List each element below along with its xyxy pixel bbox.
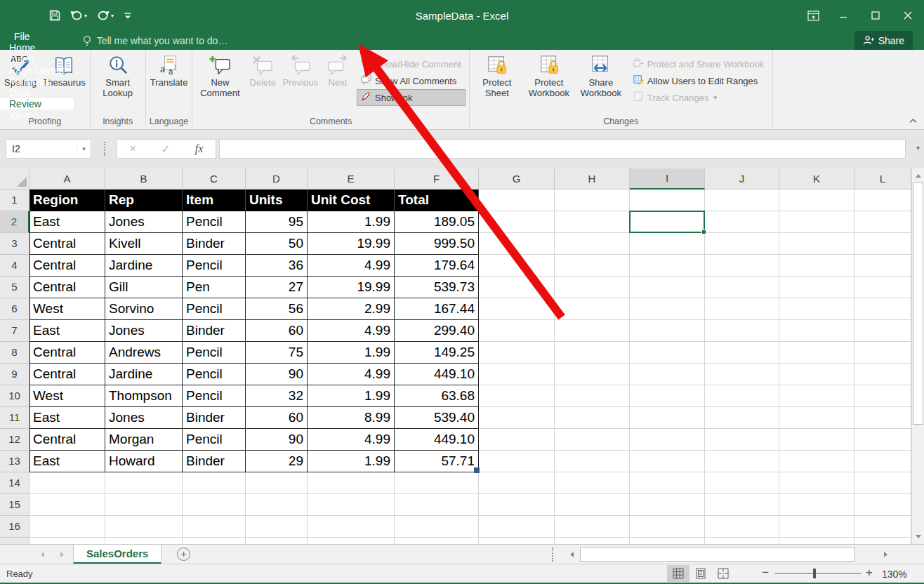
protect-sheet-button[interactable]: Protect Sheet <box>471 52 523 98</box>
cell-A5[interactable]: Central <box>29 277 105 298</box>
cell-B15[interactable] <box>105 494 183 516</box>
redo-button[interactable]: ▾ <box>97 11 114 20</box>
cell-C4[interactable]: Pencil <box>183 255 246 277</box>
tab-review[interactable]: Review <box>0 98 74 109</box>
row-header-7[interactable]: 7 <box>0 320 29 342</box>
table-resize-handle[interactable] <box>474 467 480 473</box>
cell-F4[interactable]: 179.64 <box>395 255 479 277</box>
cell-K9[interactable] <box>779 364 854 385</box>
column-header-L[interactable]: L <box>854 168 911 190</box>
smart-lookup-button[interactable]: Smart Lookup <box>92 52 144 98</box>
row-header-17[interactable]: 17 <box>0 538 29 544</box>
cell-K10[interactable] <box>779 385 854 407</box>
cell-D17[interactable] <box>246 538 308 544</box>
cell-G10[interactable] <box>479 385 555 407</box>
cell-F10[interactable]: 63.68 <box>395 385 479 407</box>
cell-D7[interactable]: 60 <box>246 320 308 342</box>
cell-F3[interactable]: 999.50 <box>395 233 479 255</box>
cell-A8[interactable]: Central <box>29 342 105 364</box>
cell-H10[interactable] <box>555 385 630 407</box>
undo-button[interactable]: ▾ <box>70 11 87 20</box>
scroll-left-arrow[interactable] <box>565 548 578 562</box>
cell-L16[interactable] <box>854 516 911 538</box>
select-all-corner[interactable] <box>0 168 29 190</box>
cell-A17[interactable] <box>29 538 105 544</box>
cell-G4[interactable] <box>479 255 555 277</box>
cell-F1[interactable]: Total <box>395 190 479 211</box>
cell-K11[interactable] <box>779 407 854 429</box>
cell-H17[interactable] <box>555 538 630 544</box>
cell-K14[interactable] <box>779 472 854 494</box>
cell-L14[interactable] <box>854 472 911 494</box>
cell-L2[interactable] <box>854 211 911 233</box>
cell-D6[interactable]: 56 <box>246 298 308 320</box>
cell-K16[interactable] <box>779 516 854 538</box>
cell-F15[interactable] <box>395 494 479 516</box>
cell-I4[interactable] <box>630 255 705 277</box>
cell-I11[interactable] <box>630 407 705 429</box>
dropdown-caret-icon[interactable]: ▾ <box>713 94 717 101</box>
cell-E16[interactable] <box>308 516 395 538</box>
customize-quick-access-button[interactable] <box>124 12 132 20</box>
cell-G12[interactable] <box>479 429 555 451</box>
cell-I3[interactable] <box>630 233 705 255</box>
row-header-2[interactable]: 2 <box>0 211 29 233</box>
cell-B5[interactable]: Gill <box>105 277 183 298</box>
cell-J16[interactable] <box>705 516 779 538</box>
cell-A16[interactable] <box>29 516 105 538</box>
cell-A13[interactable]: East <box>29 451 105 472</box>
new-comment-button[interactable]: New Comment <box>194 52 246 98</box>
cell-C7[interactable]: Binder <box>183 320 246 342</box>
maximize-button[interactable] <box>859 4 892 27</box>
cell-G2[interactable] <box>479 211 555 233</box>
cell-D9[interactable]: 90 <box>246 364 308 385</box>
cell-D1[interactable]: Units <box>246 190 308 211</box>
cell-G1[interactable] <box>479 190 555 211</box>
cell-K1[interactable] <box>779 190 854 211</box>
formula-bar-splitter[interactable] <box>104 142 105 156</box>
cell-E10[interactable]: 1.99 <box>308 385 395 407</box>
cell-H7[interactable] <box>555 320 630 342</box>
cell-E5[interactable]: 19.99 <box>308 277 395 298</box>
zoom-out-button[interactable]: − <box>758 566 772 581</box>
cell-K13[interactable] <box>779 451 854 472</box>
cell-E12[interactable]: 4.99 <box>308 429 395 451</box>
cell-C3[interactable]: Binder <box>183 233 246 255</box>
cell-H9[interactable] <box>555 364 630 385</box>
cell-F2[interactable]: 189.05 <box>395 211 479 233</box>
cell-F7[interactable]: 299.40 <box>395 320 479 342</box>
row-header-9[interactable]: 9 <box>0 364 29 385</box>
cell-D8[interactable]: 75 <box>246 342 308 364</box>
cell-B2[interactable]: Jones <box>105 211 183 233</box>
cell-G11[interactable] <box>479 407 555 429</box>
row-header-3[interactable]: 3 <box>0 233 29 255</box>
column-header-A[interactable]: A <box>29 168 105 190</box>
cell-B4[interactable]: Jardine <box>105 255 183 277</box>
cell-F17[interactable] <box>395 538 479 544</box>
previous-button[interactable]: Previous <box>279 52 321 88</box>
cell-L4[interactable] <box>854 255 911 277</box>
tell-me-box[interactable]: Tell me what you want to do… <box>74 31 237 50</box>
cell-A12[interactable]: Central <box>29 429 105 451</box>
cell-E4[interactable]: 4.99 <box>308 255 395 277</box>
cell-C12[interactable]: Pencil <box>183 429 246 451</box>
cell-D11[interactable]: 60 <box>246 407 308 429</box>
cell-A7[interactable]: East <box>29 320 105 342</box>
column-header-I[interactable]: I <box>630 168 705 190</box>
row-header-14[interactable]: 14 <box>0 472 29 494</box>
cell-E17[interactable] <box>308 538 395 544</box>
cell-J15[interactable] <box>705 494 779 516</box>
cell-K15[interactable] <box>779 494 854 516</box>
protect-and-share-workbook-button[interactable]: Protect and Share Workbook <box>630 56 768 72</box>
cell-J6[interactable] <box>705 298 779 320</box>
share-button[interactable]: Share <box>854 31 913 50</box>
share-workbook-button[interactable]: Share Workbook <box>575 52 627 98</box>
cell-H3[interactable] <box>555 233 630 255</box>
cell-A3[interactable]: Central <box>29 233 105 255</box>
cell-J11[interactable] <box>705 407 779 429</box>
cell-I13[interactable] <box>630 451 705 472</box>
cell-E6[interactable]: 2.99 <box>308 298 395 320</box>
zoom-slider-handle[interactable] <box>813 569 816 578</box>
row-header-5[interactable]: 5 <box>0 277 29 298</box>
cell-E13[interactable]: 1.99 <box>308 451 395 472</box>
